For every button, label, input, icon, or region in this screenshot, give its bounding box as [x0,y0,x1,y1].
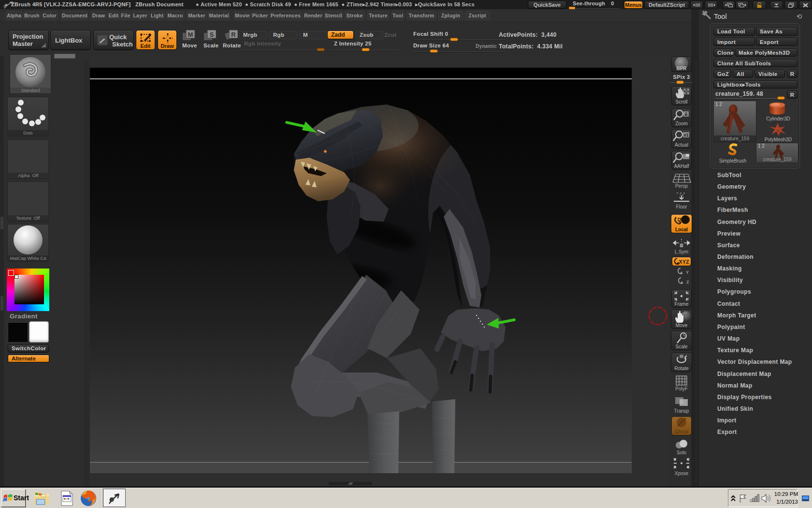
svg-text:XYZ: XYZ [679,259,689,265]
svg-text:Y: Y [686,270,689,275]
svg-text:x1: x1 [683,133,688,137]
svg-text:M: M [188,31,193,38]
svg-text:Z: Z [686,280,689,284]
svg-text:S: S [210,31,214,38]
svg-text:R: R [231,31,236,38]
